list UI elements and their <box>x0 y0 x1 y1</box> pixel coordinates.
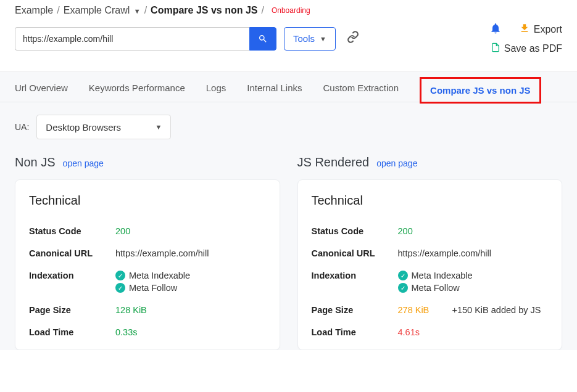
val-page-size-non-js: 128 KiB <box>115 305 147 315</box>
breadcrumb-separator: / <box>261 5 264 16</box>
key-load-time: Load Time <box>29 327 115 337</box>
key-page-size: Page Size <box>29 305 115 315</box>
key-indexation: Indexation <box>312 271 398 280</box>
search-form <box>15 27 276 51</box>
notifications-button[interactable] <box>489 22 502 36</box>
breadcrumb: Example / Example Crawl ▼ / Compare JS v… <box>15 5 562 16</box>
key-load-time: Load Time <box>312 327 398 337</box>
key-status: Status Code <box>312 226 398 236</box>
indexable-label: Meta Indexable <box>129 271 190 280</box>
val-indexable-non-js: ✓Meta Indexable <box>115 271 190 280</box>
val-load-time-non-js: 0.33s <box>115 327 137 337</box>
breadcrumb-current: Compare JS vs non JS <box>151 5 257 16</box>
val-status-non-js: 200 <box>115 226 130 236</box>
column-non-js: Non JS open page Technical Status Code 2… <box>15 149 280 350</box>
val-canonical-js: https://example.com/hill <box>398 248 492 258</box>
key-canonical: Canonical URL <box>312 248 398 258</box>
val-load-time-js: 4.61s <box>398 327 420 337</box>
key-indexation: Indexation <box>29 271 115 280</box>
card-title: Technical <box>29 194 266 208</box>
tab-compare-highlight: Compare JS vs non JS <box>420 77 541 104</box>
pdf-icon <box>491 43 500 55</box>
follow-label: Meta Follow <box>129 283 177 293</box>
val-status-js: 200 <box>398 226 413 236</box>
tools-label: Tools <box>293 33 315 44</box>
save-pdf-label: Save as PDF <box>504 43 562 54</box>
breadcrumb-separator: / <box>57 5 59 16</box>
val-page-size-js: 278 KiB <box>398 305 441 315</box>
card-title: Technical <box>312 194 549 208</box>
link-icon[interactable] <box>347 31 359 46</box>
url-search-input[interactable] <box>15 27 249 51</box>
val-follow-js: ✓Meta Follow <box>398 283 473 293</box>
breadcrumb-crawl-label: Example Crawl <box>64 5 130 15</box>
open-page-js[interactable]: open page <box>376 158 417 168</box>
key-page-size: Page Size <box>312 305 398 315</box>
val-canonical-non-js: https://example.com/hill <box>115 248 209 258</box>
key-status: Status Code <box>29 226 115 236</box>
tab-internal-links[interactable]: Internal Links <box>247 83 302 102</box>
export-icon <box>519 23 530 36</box>
check-icon: ✓ <box>115 283 125 293</box>
search-icon <box>258 34 268 44</box>
indexable-label: Meta Indexable <box>412 271 473 280</box>
val-indexable-js: ✓Meta Indexable <box>398 271 473 280</box>
onboarding-link[interactable]: Onboarding <box>272 6 310 15</box>
column-non-js-title: Non JS <box>15 155 56 169</box>
column-js-title: JS Rendered <box>297 155 370 169</box>
breadcrumb-crawl[interactable]: Example Crawl ▼ <box>64 5 141 16</box>
export-label: Export <box>534 24 562 35</box>
breadcrumb-root[interactable]: Example <box>15 5 53 16</box>
chevron-down-icon: ▼ <box>133 7 141 15</box>
ua-select[interactable]: Desktop Browsers ▼ <box>36 115 171 139</box>
save-pdf-button[interactable]: Save as PDF <box>491 43 562 55</box>
val-follow-non-js: ✓Meta Follow <box>115 283 190 293</box>
ua-label: UA: <box>15 122 29 132</box>
open-page-non-js[interactable]: open page <box>63 158 104 168</box>
technical-card-js: Technical Status Code 200 Canonical URL … <box>297 179 563 350</box>
tab-keywords[interactable]: Keywords Performance <box>89 83 185 102</box>
chevron-down-icon: ▼ <box>318 35 326 43</box>
tools-dropdown[interactable]: Tools ▼ <box>284 27 336 51</box>
tab-compare[interactable]: Compare JS vs non JS <box>430 85 531 96</box>
check-icon: ✓ <box>398 271 408 280</box>
follow-label: Meta Follow <box>412 283 460 293</box>
check-icon: ✓ <box>115 271 125 280</box>
chevron-down-icon: ▼ <box>154 123 162 131</box>
ua-select-value: Desktop Browsers <box>46 122 121 133</box>
tab-custom-extraction[interactable]: Custom Extraction <box>323 83 399 102</box>
column-js: JS Rendered open page Technical Status C… <box>297 149 563 350</box>
export-button[interactable]: Export <box>519 23 562 36</box>
val-page-size-diff: +150 KiB added by JS <box>452 305 541 315</box>
breadcrumb-separator: / <box>144 5 147 16</box>
bell-icon <box>489 22 502 35</box>
tab-url-overview[interactable]: Url Overview <box>15 83 68 102</box>
tab-logs[interactable]: Logs <box>206 83 226 102</box>
technical-card-non-js: Technical Status Code 200 Canonical URL … <box>15 179 280 350</box>
key-canonical: Canonical URL <box>29 248 115 258</box>
check-icon: ✓ <box>398 283 408 293</box>
search-button[interactable] <box>249 27 276 51</box>
tabs: Url Overview Keywords Performance Logs I… <box>0 71 577 102</box>
